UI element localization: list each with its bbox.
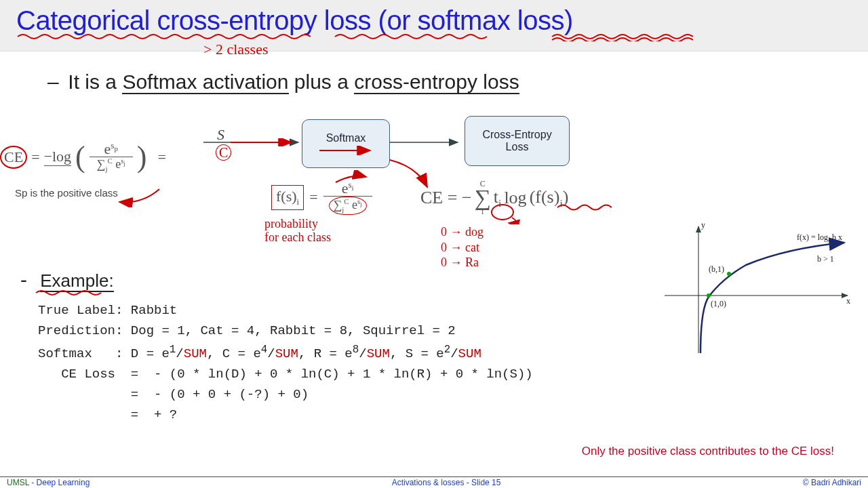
example-ce2: = - (0 + 0 + (-?) + 0) (38, 387, 610, 402)
log-graph: y x f(x) = log_b x b > 1 (b,1) (1,0) (658, 221, 854, 357)
probability-note: probability for each class (264, 218, 331, 245)
footer: UMSL - Deep Learning Activations & losse… (0, 476, 868, 488)
bullet-crossentropy: cross-entropy loss (354, 70, 519, 94)
flow-arrow-2 (390, 138, 465, 146)
content-area: – It is a Softmax activation plus a cros… (0, 52, 868, 472)
softmax-box: Softmax (302, 119, 390, 168)
svg-text:x: x (846, 296, 850, 306)
to-esi-arrow (332, 170, 373, 187)
example-ce3: = + ? (38, 407, 610, 422)
footnote: Only the positive class contributes to t… (582, 445, 834, 458)
example-softmax: Softmax : D = e1/SUM, C = e4/SUM, R = e8… (38, 344, 610, 361)
sp-arrow (115, 187, 163, 207)
bullet-softmax: Softmax activation (122, 70, 288, 94)
example-ce1: CE Loss = - (0 * ln(D) + 0 * ln(C) + 1 *… (38, 367, 610, 382)
class-list: 0 → dog 0 → cat 0 → Ra (441, 224, 484, 270)
flow-arrow-1 (203, 138, 312, 146)
title-bar: Categorical cross-entropy loss (or softm… (0, 0, 868, 52)
bullet-pre: It is a (68, 70, 122, 93)
example-prediction: Prediction: Dog = 1, Cat = 4, Rabbit = 8… (38, 323, 610, 338)
flow-c-label: C (216, 145, 231, 161)
ce-formula-left: CE = −log ( esp ∑jC esj ) = (0, 140, 166, 174)
svg-text:(1,0): (1,0) (711, 299, 726, 308)
svg-text:b > 1: b > 1 (817, 254, 834, 264)
example-block: - Example: True Label: Rabbit Prediction… (0, 268, 610, 422)
fsi-squiggle (556, 202, 624, 213)
example-heading: - Example: (20, 268, 610, 296)
svg-text:y: y (701, 221, 705, 230)
footer-left: UMSL - Deep Learning (7, 478, 90, 487)
svg-point-8 (727, 272, 731, 276)
svg-point-4 (492, 205, 513, 220)
footer-right: © Badri Adhikari (803, 478, 861, 487)
svg-text:f(x) = log_b x: f(x) = log_b x (797, 232, 842, 242)
celoss-box: Cross-Entropy Loss (465, 116, 570, 166)
ti-circle (488, 204, 536, 224)
bullet-definition: – It is a Softmax activation plus a cros… (47, 70, 841, 94)
example-true-label: True Label: Rabbit (38, 303, 610, 318)
svg-point-7 (707, 293, 711, 298)
bullet-mid: plus a (289, 70, 355, 93)
svg-text:(b,1): (b,1) (709, 264, 724, 274)
footer-mid: Activations & losses - Slide 15 (392, 478, 501, 487)
sp-note: Sp is the positive class (15, 187, 118, 199)
